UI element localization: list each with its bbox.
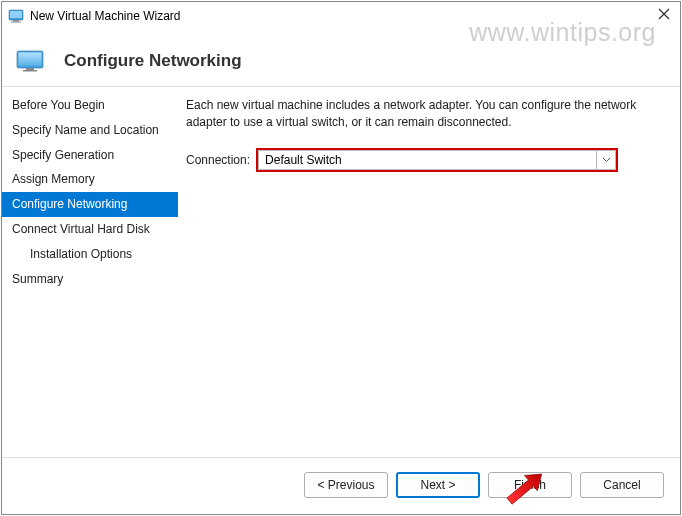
next-button[interactable]: Next >	[396, 472, 480, 498]
wizard-footer: < Previous Next > Finish Cancel	[2, 458, 680, 512]
svg-rect-8	[26, 68, 34, 70]
page-title: Configure Networking	[64, 51, 242, 71]
previous-button[interactable]: < Previous	[304, 472, 388, 498]
svg-rect-1	[10, 11, 22, 18]
wizard-content: Each new virtual machine includes a netw…	[178, 87, 680, 457]
window-title: New Virtual Machine Wizard	[30, 9, 181, 23]
sidebar-item-assign-memory[interactable]: Assign Memory	[2, 167, 178, 192]
description-text: Each new virtual machine includes a netw…	[186, 97, 662, 132]
svg-rect-7	[19, 53, 42, 66]
svg-rect-9	[23, 70, 37, 72]
sidebar-item-specify-name-and-location[interactable]: Specify Name and Location	[2, 118, 178, 143]
finish-button[interactable]: Finish	[488, 472, 572, 498]
wizard-sidebar: Before You BeginSpecify Name and Locatio…	[2, 87, 178, 457]
sidebar-item-installation-options[interactable]: Installation Options	[2, 242, 178, 267]
chevron-down-icon	[596, 150, 616, 170]
app-icon	[8, 8, 24, 24]
svg-rect-3	[11, 22, 21, 23]
connection-value: Default Switch	[258, 150, 596, 170]
cancel-button[interactable]: Cancel	[580, 472, 664, 498]
titlebar: New Virtual Machine Wizard	[2, 2, 680, 30]
sidebar-item-before-you-begin[interactable]: Before You Begin	[2, 93, 178, 118]
wizard-header-icon	[16, 50, 44, 72]
wizard-header: Configure Networking	[2, 30, 680, 86]
connection-label: Connection:	[186, 153, 250, 167]
close-button[interactable]	[654, 4, 674, 24]
sidebar-item-connect-virtual-hard-disk[interactable]: Connect Virtual Hard Disk	[2, 217, 178, 242]
connection-row: Connection: Default Switch	[186, 148, 662, 172]
svg-rect-2	[13, 20, 19, 22]
sidebar-item-specify-generation[interactable]: Specify Generation	[2, 143, 178, 168]
connection-dropdown[interactable]: Default Switch	[256, 148, 618, 172]
sidebar-item-configure-networking[interactable]: Configure Networking	[2, 192, 178, 217]
sidebar-item-summary[interactable]: Summary	[2, 267, 178, 292]
